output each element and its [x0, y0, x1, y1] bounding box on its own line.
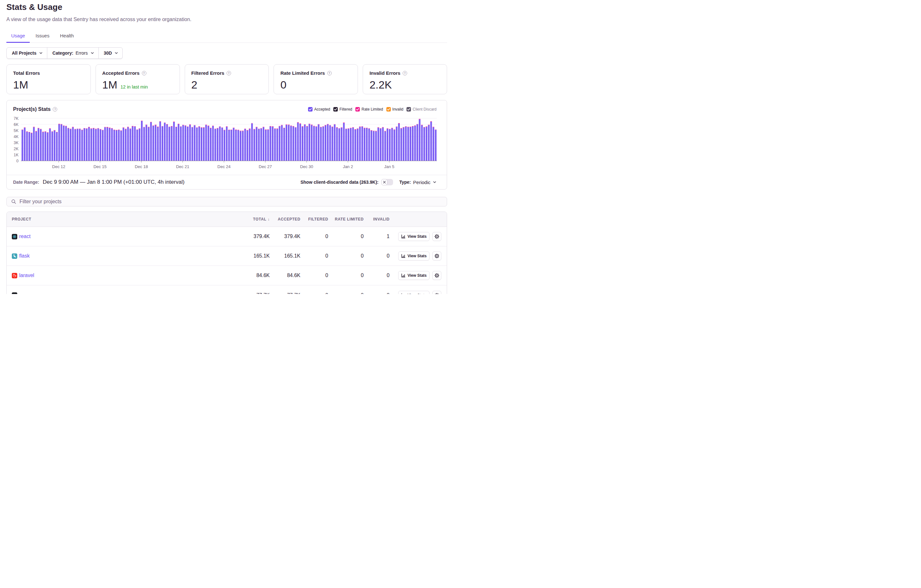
- svg-text:Dec 24: Dec 24: [217, 164, 230, 169]
- svg-text:7K: 7K: [14, 116, 19, 121]
- svg-text:1K: 1K: [14, 153, 19, 157]
- svg-text:4K: 4K: [14, 135, 19, 139]
- svg-text:Dec 21: Dec 21: [176, 164, 189, 169]
- svg-text:6K: 6K: [14, 122, 19, 127]
- svg-text:Jan 5: Jan 5: [384, 164, 394, 169]
- svg-text:Dec 18: Dec 18: [135, 164, 148, 169]
- svg-text:Dec 12: Dec 12: [52, 164, 65, 169]
- svg-text:Dec 27: Dec 27: [259, 164, 272, 169]
- svg-text:0: 0: [16, 159, 18, 163]
- svg-text:Jan 2: Jan 2: [343, 164, 353, 169]
- svg-text:Dec 30: Dec 30: [300, 164, 313, 169]
- svg-text:5K: 5K: [14, 129, 19, 133]
- svg-text:Dec 15: Dec 15: [93, 164, 106, 169]
- svg-text:2K: 2K: [14, 147, 19, 151]
- svg-text:3K: 3K: [14, 141, 19, 145]
